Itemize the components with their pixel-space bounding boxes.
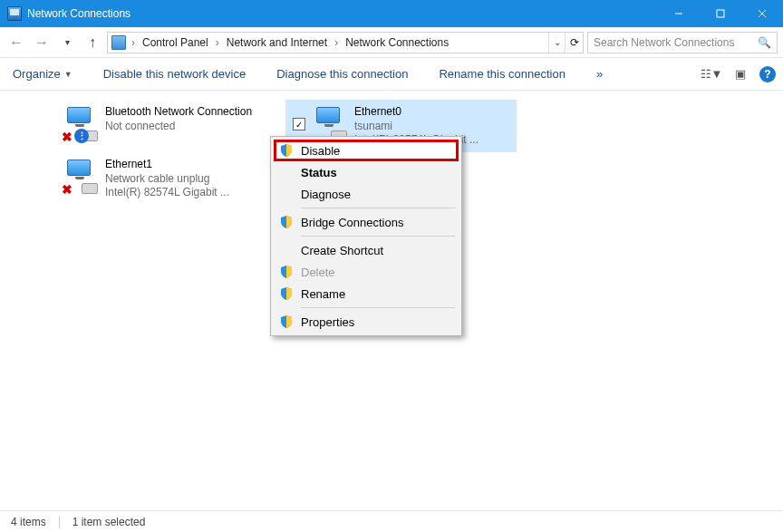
- diagnose-connection-button[interactable]: Diagnose this connection: [271, 63, 413, 84]
- menu-item-label: Delete: [301, 266, 335, 279]
- selection-count: 1 item selected: [72, 516, 146, 528]
- menu-item-diagnose[interactable]: Diagnose: [274, 183, 459, 205]
- forward-button[interactable]: →: [31, 32, 53, 53]
- maximize-button[interactable]: [700, 0, 741, 27]
- menu-separator: [301, 307, 455, 308]
- chevron-right-icon: ›: [214, 36, 221, 49]
- menu-item-label: Create Shortcut: [301, 244, 383, 257]
- breadcrumb-item[interactable]: Network and Internet: [225, 36, 329, 49]
- shield-icon: [279, 215, 294, 229]
- connection-status: tsunami: [354, 120, 478, 134]
- menu-item-label: Diagnose: [301, 188, 351, 201]
- adapter-icon: ✖: [62, 158, 100, 196]
- refresh-button[interactable]: ⟳: [565, 33, 583, 53]
- menu-item-properties[interactable]: Properties: [274, 311, 459, 333]
- svg-rect-1: [717, 10, 724, 17]
- shield-icon: [279, 286, 294, 301]
- connection-status: Not connected: [105, 120, 252, 134]
- up-button[interactable]: ↑: [82, 32, 103, 53]
- divider: [59, 516, 60, 528]
- organize-menu[interactable]: Organize▼: [7, 63, 78, 84]
- window-controls: [658, 0, 783, 27]
- cmd-label: Diagnose this connection: [276, 67, 408, 81]
- breadcrumb-item[interactable]: Network Connections: [343, 36, 450, 49]
- menu-item-label: Disable: [301, 144, 340, 158]
- shield-icon: [279, 143, 294, 158]
- rename-connection-button[interactable]: Rename this connection: [433, 63, 570, 84]
- address-bar[interactable]: › Control Panel › Network and Internet ›…: [107, 32, 584, 53]
- menu-item-status[interactable]: Status: [274, 161, 459, 183]
- window-title: Network Connections: [27, 7, 658, 20]
- cmd-label: »: [596, 67, 603, 81]
- error-x-icon: ✖: [62, 183, 74, 196]
- menu-item-create-shortcut[interactable]: Create Shortcut: [274, 239, 459, 261]
- connection-text: Ethernet1Network cable unplugIntel(R) 82…: [105, 158, 229, 200]
- close-button[interactable]: [741, 0, 783, 27]
- connection-name: Ethernet1: [105, 158, 229, 172]
- connection-item[interactable]: ✖Ethernet1Network cable unplugIntel(R) 8…: [54, 152, 285, 205]
- no-icon: [279, 187, 294, 201]
- menu-item-label: Properties: [301, 315, 354, 329]
- bluetooth-icon: ⋮: [74, 129, 89, 143]
- no-icon: [279, 243, 294, 257]
- error-x-icon: ✖: [62, 131, 74, 143]
- menu-separator: [301, 208, 455, 208]
- content-area: ✖⋮Bluetooth Network ConnectionNot connec…: [0, 91, 783, 510]
- search-input[interactable]: Search Network Connections 🔍: [587, 32, 778, 53]
- connection-name: Bluetooth Network Connection: [105, 105, 252, 120]
- connection-name: Ethernet0: [354, 105, 478, 120]
- selection-checkbox[interactable]: ✓: [293, 118, 305, 131]
- address-history-button[interactable]: ⌄: [548, 33, 565, 53]
- menu-item-bridge-connections[interactable]: Bridge Connections: [274, 211, 459, 233]
- help-button[interactable]: ?: [759, 66, 776, 82]
- adapter-icon: ✖⋮: [62, 105, 100, 143]
- caret-down-icon: ▼: [64, 70, 72, 79]
- command-bar: Organize▼ Disable this network device Di…: [0, 58, 783, 91]
- shield-icon: [279, 314, 294, 329]
- connection-item[interactable]: ✖⋮Bluetooth Network ConnectionNot connec…: [54, 100, 285, 152]
- search-placeholder: Search Network Connections: [594, 36, 734, 49]
- title-bar: Network Connections: [0, 0, 783, 27]
- recent-locations-button[interactable]: ▾: [56, 32, 78, 53]
- back-button[interactable]: ←: [5, 32, 27, 53]
- no-icon: [279, 165, 294, 179]
- view-options-button[interactable]: ☷ ▼: [701, 64, 721, 84]
- connection-device: Intel(R) 82574L Gigabit ...: [105, 186, 229, 200]
- chevron-right-icon: ›: [333, 36, 340, 49]
- menu-item-label: Rename: [301, 287, 345, 301]
- menu-item-label: Status: [301, 166, 337, 179]
- breadcrumb-item[interactable]: Control Panel: [140, 36, 210, 49]
- preview-pane-button[interactable]: ▣: [730, 64, 750, 84]
- connection-text: Bluetooth Network ConnectionNot connecte…: [105, 105, 252, 133]
- app-icon: [7, 6, 22, 21]
- menu-item-disable[interactable]: Disable: [274, 140, 459, 161]
- location-icon: [111, 35, 126, 50]
- menu-separator: [301, 236, 455, 237]
- cmd-label: Rename this connection: [439, 67, 565, 81]
- status-bar: 4 items 1 item selected: [0, 510, 783, 532]
- search-icon: 🔍: [758, 36, 771, 49]
- menu-item-label: Bridge Connections: [301, 216, 403, 229]
- shield-icon: [279, 265, 294, 279]
- disable-device-button[interactable]: Disable this network device: [98, 63, 252, 84]
- more-commands-button[interactable]: »: [591, 63, 608, 84]
- organize-label: Organize: [13, 67, 61, 81]
- minimize-button[interactable]: [658, 0, 700, 27]
- chevron-right-icon: ›: [130, 36, 137, 49]
- address-bar-row: ← → ▾ ↑ › Control Panel › Network and In…: [0, 27, 783, 58]
- cmd-label: Disable this network device: [103, 67, 246, 81]
- item-count: 4 items: [11, 516, 46, 528]
- context-menu: DisableStatusDiagnoseBridge ConnectionsC…: [270, 136, 462, 336]
- connection-status: Network cable unplug: [105, 172, 229, 187]
- menu-item-rename[interactable]: Rename: [274, 283, 459, 305]
- menu-item-delete: Delete: [274, 261, 459, 283]
